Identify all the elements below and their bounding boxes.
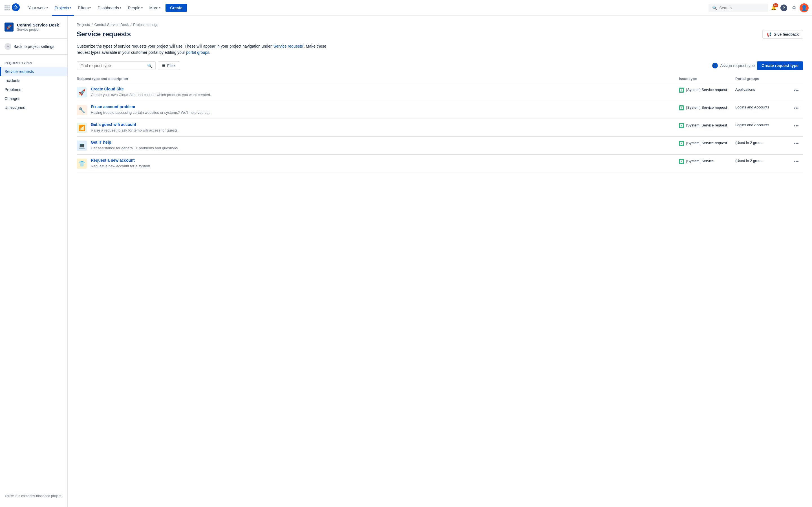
nav-dashboards[interactable]: Dashboards ▾: [95, 0, 124, 16]
sidebar-item-service-requests[interactable]: Service requests: [0, 67, 67, 76]
service-requests-link[interactable]: 'Service requests': [273, 44, 304, 48]
issue-type-icon: [679, 123, 684, 128]
back-to-project-settings[interactable]: ← Back to project settings: [0, 41, 67, 52]
breadcrumb: Projects / Central Service Desk / Projec…: [77, 22, 803, 27]
portal-groups-cell: Applications: [735, 87, 792, 92]
issue-type-icon: [679, 88, 684, 93]
user-avatar[interactable]: 👤: [800, 3, 809, 12]
request-type-icon: 👕: [77, 159, 87, 169]
filter-button[interactable]: ☰ Filter: [158, 61, 180, 70]
request-type-name[interactable]: Get a guest wifi account: [91, 122, 179, 127]
topnav: Your work ▾ Projects ▾ Filters ▾ Dashboa…: [0, 0, 812, 16]
give-feedback-button[interactable]: 📢 Give feedback: [762, 30, 803, 39]
search-input[interactable]: [719, 6, 764, 10]
app-switcher-icon[interactable]: [3, 4, 11, 11]
main-content: Projects / Central Service Desk / Projec…: [68, 16, 812, 507]
project-type: Service project: [17, 27, 59, 32]
portal-groups-link[interactable]: portal groups: [186, 50, 209, 55]
request-type-name[interactable]: Fix an account problem: [91, 105, 211, 109]
request-types-table: 🚀 Create Cloud Site Create your own Clou…: [77, 83, 803, 172]
info-icon[interactable]: i: [712, 63, 718, 68]
find-request-type-input[interactable]: [80, 63, 145, 68]
feedback-label: Give feedback: [774, 32, 799, 37]
assign-request-type-area: i Assign request type: [712, 63, 755, 68]
notifications-button[interactable]: 🔔 9+: [769, 3, 778, 12]
table-row: 👕 Request a new account Request a new ac…: [77, 155, 803, 172]
col-request-type: Request type and description: [77, 76, 679, 81]
request-type-description: Request a new account for a system.: [91, 164, 151, 169]
sidebar-item-changes[interactable]: Changes: [0, 94, 67, 103]
find-request-type-field[interactable]: 🔍: [77, 61, 156, 70]
row-more-button[interactable]: •••: [792, 140, 801, 147]
layout: 🚀 Central Service Desk Service project ←…: [0, 16, 812, 507]
settings-button[interactable]: ⚙: [790, 3, 799, 12]
notification-badge: 9+: [773, 3, 778, 7]
request-type-description: Create your own Cloud Site and choose wh…: [91, 93, 211, 98]
table-header: Request type and description Issue type …: [77, 74, 803, 83]
col-issue-type: Issue type: [679, 76, 735, 81]
jira-logo[interactable]: [12, 3, 20, 12]
request-type-description: Having trouble accessing certain website…: [91, 110, 211, 115]
issue-type-label: [System] Service: [686, 159, 714, 164]
nav-your-work[interactable]: Your work ▾: [26, 0, 51, 16]
chevron-down-icon: ▾: [120, 6, 121, 9]
create-request-type-button[interactable]: Create request type: [757, 61, 803, 70]
request-type-name[interactable]: Create Cloud Site: [91, 87, 211, 91]
request-type-icon: 💻: [77, 140, 87, 151]
help-button[interactable]: ?: [779, 3, 788, 12]
chevron-down-icon: ▾: [70, 6, 71, 9]
issue-type-cell: [System] Service request: [679, 105, 735, 110]
project-icon: 🚀: [4, 22, 13, 32]
request-type-icon: 🚀: [77, 87, 87, 98]
nav-filters[interactable]: Filters ▾: [75, 0, 94, 16]
back-icon: ←: [4, 43, 11, 50]
portal-groups-cell: Logins and Accounts: [735, 122, 792, 127]
issue-type-cell: [System] Service request: [679, 140, 735, 146]
request-type-name[interactable]: Request a new account: [91, 158, 151, 163]
row-more-button[interactable]: •••: [792, 87, 801, 94]
breadcrumb-central-service-desk[interactable]: Central Service Desk: [94, 22, 129, 27]
search-box[interactable]: 🔍: [709, 4, 768, 12]
sidebar-item-problems[interactable]: Problems: [0, 85, 67, 94]
sidebar-item-unassigned[interactable]: Unassigned: [0, 103, 67, 112]
issue-type-label: [System] Service request: [686, 105, 727, 110]
issue-type-label: [System] Service request: [686, 87, 727, 93]
page-title: Service requests: [77, 30, 131, 38]
sidebar: 🚀 Central Service Desk Service project ←…: [0, 16, 68, 507]
megaphone-icon: 📢: [767, 32, 771, 37]
issue-type-icon: [679, 141, 684, 146]
issue-type-cell: [System] Service request: [679, 87, 735, 93]
nav-people[interactable]: People ▾: [125, 0, 146, 16]
nav-projects[interactable]: Projects ▾: [52, 0, 74, 16]
issue-type-label: [System] Service request: [686, 123, 727, 128]
project-name: Central Service Desk: [17, 22, 59, 27]
search-icon: 🔍: [147, 63, 152, 68]
section-label: REQUEST TYPES: [0, 57, 67, 67]
filter-label: Filter: [167, 63, 176, 68]
issue-type-cell: [System] Service: [679, 158, 735, 164]
issue-type-icon: [679, 159, 684, 164]
create-button[interactable]: Create: [165, 4, 187, 12]
chevron-down-icon: ▾: [47, 6, 48, 9]
table-row: 🔧 Fix an account problem Having trouble …: [77, 101, 803, 119]
portal-groups-cell: Logins and Accounts: [735, 105, 792, 109]
divider: [0, 54, 67, 55]
back-label: Back to project settings: [13, 44, 54, 49]
nav-more[interactable]: More ▾: [147, 0, 163, 16]
chevron-down-icon: ▾: [89, 6, 91, 9]
request-cell: 📶 Get a guest wifi account Raise a reque…: [77, 122, 679, 133]
table-row: 📶 Get a guest wifi account Raise a reque…: [77, 119, 803, 136]
project-header: 🚀 Central Service Desk Service project: [0, 20, 67, 36]
table-row: 💻 Get IT help Get assistance for general…: [77, 136, 803, 154]
sidebar-footer: You're in a company-managed project: [0, 490, 67, 503]
issue-type-cell: [System] Service request: [679, 122, 735, 128]
row-more-button[interactable]: •••: [792, 158, 801, 165]
breadcrumb-projects[interactable]: Projects: [77, 22, 90, 27]
row-more-button[interactable]: •••: [792, 122, 801, 129]
col-portal-groups: Portal groups: [735, 76, 792, 81]
sidebar-item-incidents[interactable]: Incidents: [0, 76, 67, 85]
breadcrumb-project-settings: Project settings: [133, 22, 158, 27]
row-more-button[interactable]: •••: [792, 105, 801, 112]
request-cell: 💻 Get IT help Get assistance for general…: [77, 140, 679, 151]
request-type-name[interactable]: Get IT help: [91, 140, 179, 145]
